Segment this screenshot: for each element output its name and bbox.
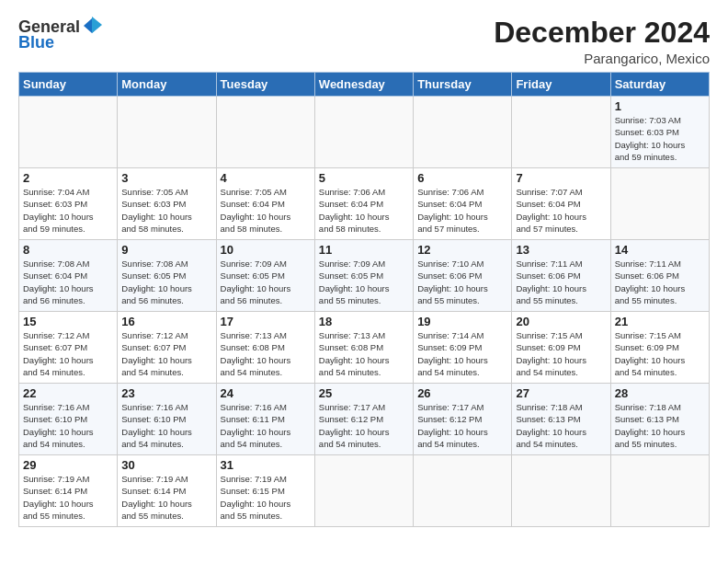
month-title: December 2024 — [494, 17, 710, 49]
day-info: Sunrise: 7:11 AM Sunset: 6:06 PM Dayligh… — [516, 259, 586, 305]
day-number: 8 — [23, 243, 113, 257]
calendar-cell: 2Sunrise: 7:04 AM Sunset: 6:03 PM Daylig… — [19, 168, 118, 240]
day-number: 19 — [417, 315, 507, 328]
calendar-cell — [19, 97, 118, 168]
day-info: Sunrise: 7:12 AM Sunset: 6:07 PM Dayligh… — [121, 330, 192, 377]
day-info: Sunrise: 7:18 AM Sunset: 6:13 PM Dayligh… — [516, 402, 586, 449]
day-number: 9 — [121, 243, 211, 257]
calendar-cell: 19Sunrise: 7:14 AM Sunset: 6:09 PM Dayli… — [414, 312, 512, 384]
day-info: Sunrise: 7:08 AM Sunset: 6:05 PM Dayligh… — [121, 259, 192, 305]
calendar-cell: 29Sunrise: 7:19 AM Sunset: 6:14 PM Dayli… — [19, 455, 118, 527]
day-number: 11 — [319, 243, 409, 257]
calendar-cell: 17Sunrise: 7:13 AM Sunset: 6:08 PM Dayli… — [216, 312, 314, 384]
day-number: 28 — [615, 386, 705, 400]
calendar-cell: 7Sunrise: 7:07 AM Sunset: 6:04 PM Daylig… — [512, 168, 610, 240]
weekday-header: Wednesday — [314, 73, 413, 97]
calendar-cell: 15Sunrise: 7:12 AM Sunset: 6:07 PM Dayli… — [19, 312, 118, 384]
day-info: Sunrise: 7:18 AM Sunset: 6:13 PM Dayligh… — [615, 402, 686, 449]
calendar-cell: 28Sunrise: 7:18 AM Sunset: 6:13 PM Dayli… — [610, 384, 709, 455]
day-number: 7 — [516, 171, 606, 185]
calendar-cell — [118, 97, 216, 168]
header: General Blue December 2024 Parangarico, … — [18, 17, 710, 66]
day-number: 27 — [516, 386, 606, 400]
calendar-cell: 24Sunrise: 7:16 AM Sunset: 6:11 PM Dayli… — [216, 384, 314, 455]
day-info: Sunrise: 7:19 AM Sunset: 6:14 PM Dayligh… — [121, 474, 192, 521]
day-info: Sunrise: 7:09 AM Sunset: 6:05 PM Dayligh… — [221, 259, 291, 305]
day-info: Sunrise: 7:15 AM Sunset: 6:09 PM Dayligh… — [615, 330, 686, 377]
calendar-cell — [414, 455, 512, 527]
calendar-cell — [414, 97, 512, 168]
calendar-cell — [216, 97, 314, 168]
calendar-cell: 12Sunrise: 7:10 AM Sunset: 6:06 PM Dayli… — [414, 240, 512, 312]
weekday-header: Sunday — [19, 73, 118, 97]
calendar-cell: 9Sunrise: 7:08 AM Sunset: 6:05 PM Daylig… — [118, 240, 216, 312]
calendar-cell: 27Sunrise: 7:18 AM Sunset: 6:13 PM Dayli… — [512, 384, 610, 455]
calendar-cell: 21Sunrise: 7:15 AM Sunset: 6:09 PM Dayli… — [610, 312, 709, 384]
day-info: Sunrise: 7:17 AM Sunset: 6:12 PM Dayligh… — [319, 402, 390, 449]
weekday-header: Saturday — [610, 73, 709, 97]
day-number: 30 — [121, 458, 211, 472]
calendar-cell: 3Sunrise: 7:05 AM Sunset: 6:03 PM Daylig… — [118, 168, 216, 240]
calendar-cell: 31Sunrise: 7:19 AM Sunset: 6:15 PM Dayli… — [216, 455, 314, 527]
day-number: 26 — [417, 386, 507, 400]
day-number: 21 — [615, 315, 705, 328]
calendar-cell: 10Sunrise: 7:09 AM Sunset: 6:05 PM Dayli… — [216, 240, 314, 312]
day-info: Sunrise: 7:05 AM Sunset: 6:03 PM Dayligh… — [121, 187, 192, 234]
logo-blue: Blue — [18, 33, 54, 52]
day-info: Sunrise: 7:03 AM Sunset: 6:03 PM Dayligh… — [615, 115, 686, 162]
title-block: December 2024 Parangarico, Mexico — [494, 17, 710, 66]
calendar-cell: 8Sunrise: 7:08 AM Sunset: 6:04 PM Daylig… — [19, 240, 118, 312]
weekday-header: Friday — [512, 73, 610, 97]
calendar-table: SundayMondayTuesdayWednesdayThursdayFrid… — [18, 72, 710, 527]
logo: General Blue — [18, 17, 102, 52]
calendar-cell: 26Sunrise: 7:17 AM Sunset: 6:12 PM Dayli… — [414, 384, 512, 455]
logo-flag-icon — [82, 17, 102, 37]
calendar-cell — [610, 168, 709, 240]
day-number: 22 — [23, 386, 113, 400]
day-info: Sunrise: 7:06 AM Sunset: 6:04 PM Dayligh… — [417, 187, 488, 234]
calendar-cell — [512, 455, 610, 527]
calendar-cell: 1Sunrise: 7:03 AM Sunset: 6:03 PM Daylig… — [610, 97, 709, 168]
day-number: 23 — [121, 386, 211, 400]
day-info: Sunrise: 7:05 AM Sunset: 6:04 PM Dayligh… — [221, 187, 291, 234]
calendar-cell: 6Sunrise: 7:06 AM Sunset: 6:04 PM Daylig… — [414, 168, 512, 240]
day-info: Sunrise: 7:15 AM Sunset: 6:09 PM Dayligh… — [516, 330, 586, 377]
day-number: 4 — [221, 171, 311, 185]
day-number: 24 — [221, 386, 311, 400]
day-number: 25 — [319, 386, 409, 400]
day-number: 13 — [516, 243, 606, 257]
day-number: 17 — [221, 315, 311, 328]
day-info: Sunrise: 7:16 AM Sunset: 6:11 PM Dayligh… — [221, 402, 291, 449]
location-title: Parangarico, Mexico — [494, 51, 710, 66]
calendar-cell: 5Sunrise: 7:06 AM Sunset: 6:04 PM Daylig… — [314, 168, 413, 240]
day-info: Sunrise: 7:04 AM Sunset: 6:03 PM Dayligh… — [23, 187, 94, 234]
day-number: 29 — [23, 458, 113, 472]
day-info: Sunrise: 7:06 AM Sunset: 6:04 PM Dayligh… — [319, 187, 390, 234]
day-info: Sunrise: 7:19 AM Sunset: 6:15 PM Dayligh… — [221, 474, 291, 521]
day-info: Sunrise: 7:07 AM Sunset: 6:04 PM Dayligh… — [516, 187, 586, 234]
day-number: 1 — [615, 99, 705, 113]
calendar-cell — [314, 455, 413, 527]
calendar-cell: 11Sunrise: 7:09 AM Sunset: 6:05 PM Dayli… — [314, 240, 413, 312]
calendar-cell: 14Sunrise: 7:11 AM Sunset: 6:06 PM Dayli… — [610, 240, 709, 312]
calendar-cell: 30Sunrise: 7:19 AM Sunset: 6:14 PM Dayli… — [118, 455, 216, 527]
day-number: 16 — [121, 315, 211, 328]
day-info: Sunrise: 7:09 AM Sunset: 6:05 PM Dayligh… — [319, 259, 390, 305]
calendar-cell — [314, 97, 413, 168]
calendar-cell: 16Sunrise: 7:12 AM Sunset: 6:07 PM Dayli… — [118, 312, 216, 384]
calendar-cell: 18Sunrise: 7:13 AM Sunset: 6:08 PM Dayli… — [314, 312, 413, 384]
calendar-cell: 20Sunrise: 7:15 AM Sunset: 6:09 PM Dayli… — [512, 312, 610, 384]
day-number: 10 — [221, 243, 311, 257]
day-info: Sunrise: 7:11 AM Sunset: 6:06 PM Dayligh… — [615, 259, 686, 305]
day-info: Sunrise: 7:16 AM Sunset: 6:10 PM Dayligh… — [121, 402, 192, 449]
day-number: 5 — [319, 171, 409, 185]
day-number: 2 — [23, 171, 113, 185]
weekday-header: Thursday — [414, 73, 512, 97]
day-number: 12 — [417, 243, 507, 257]
calendar-cell — [610, 455, 709, 527]
calendar-cell: 13Sunrise: 7:11 AM Sunset: 6:06 PM Dayli… — [512, 240, 610, 312]
day-info: Sunrise: 7:17 AM Sunset: 6:12 PM Dayligh… — [417, 402, 488, 449]
calendar-cell: 23Sunrise: 7:16 AM Sunset: 6:10 PM Dayli… — [118, 384, 216, 455]
day-number: 3 — [121, 171, 211, 185]
day-info: Sunrise: 7:13 AM Sunset: 6:08 PM Dayligh… — [221, 330, 291, 377]
